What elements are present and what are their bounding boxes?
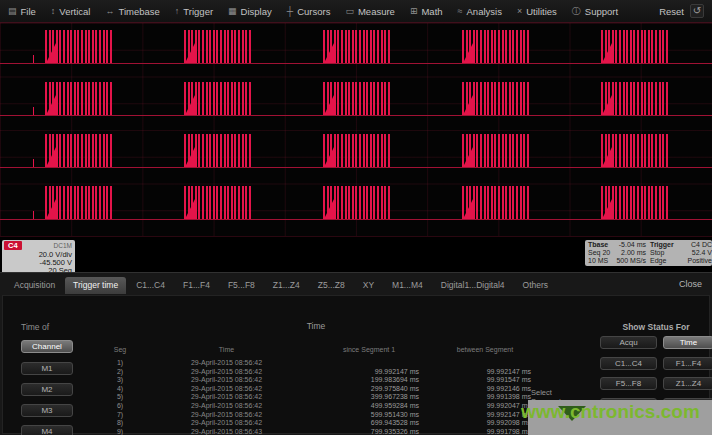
segment-burst <box>45 186 113 219</box>
col-header-time: Time <box>144 346 309 353</box>
table-cell-seg: 6) <box>96 402 144 411</box>
menu-item-measure[interactable]: ▭Measure <box>345 6 394 17</box>
trigger-source: C4 DC <box>679 241 712 249</box>
menu-item-display[interactable]: ▦Display <box>228 6 272 17</box>
table-cell-seg: 9) <box>96 428 144 435</box>
status-button-f5-f8[interactable]: F5...F8 <box>600 377 657 390</box>
segment-burst <box>462 186 530 219</box>
burst-ramp <box>324 195 336 219</box>
table-cell-time: 29-April-2015 08:56:43 <box>144 428 309 435</box>
tab-f1-f4[interactable]: F1...F4 <box>175 277 218 294</box>
status-button-f1-f4[interactable]: F1...F4 <box>663 357 712 370</box>
table-cell-between: 99.992147 ms <box>429 368 541 377</box>
trigger-type: Edge <box>650 257 679 265</box>
source-button-m3[interactable]: M3 <box>21 404 73 417</box>
reset-control[interactable]: Reset ↺ <box>659 4 704 18</box>
table-row: 7)29-April-2015 08:56:42599.951430 ms99.… <box>96 411 541 420</box>
tab-c1-c4[interactable]: C1...C4 <box>128 277 173 294</box>
trace-baseline <box>0 63 712 64</box>
reset-label: Reset <box>659 6 684 17</box>
trace-baseline <box>0 115 712 116</box>
burst-ramp <box>463 143 475 167</box>
trigger-slope: Positive <box>679 257 712 265</box>
tab-digital1-digital4[interactable]: Digital1...Digital4 <box>433 277 513 294</box>
trace-baseline <box>0 167 712 168</box>
menu-item-file[interactable]: ▤File <box>8 6 36 17</box>
menu-item-utilities[interactable]: ×Utilities <box>517 6 557 17</box>
segment-burst <box>462 82 530 115</box>
table-cell-seg: 1) <box>96 359 144 368</box>
timebase-icon: ↔ <box>105 6 114 16</box>
menu-item-vertical[interactable]: ↕Vertical <box>51 6 91 17</box>
tab-others[interactable]: Others <box>515 277 557 294</box>
table-row: 5)29-April-2015 08:56:42399.967238 ms99.… <box>96 393 541 402</box>
close-button[interactable]: Close <box>679 279 702 289</box>
table-cell-between: 99.992146 ms <box>429 385 541 394</box>
tab-acquisition[interactable]: Acquisition <box>6 277 63 294</box>
table-row: 8)29-April-2015 08:56:42699.943528 ms99.… <box>96 419 541 428</box>
table-title: Time <box>96 321 536 331</box>
burst-ramp <box>185 143 197 167</box>
status-button-time[interactable]: Time <box>663 336 712 349</box>
table-cell-seg: 2) <box>96 368 144 377</box>
coupling-label: DC1M <box>54 242 72 250</box>
burst-ramp <box>324 39 336 63</box>
segment-burst <box>184 134 252 167</box>
menu-item-timebase[interactable]: ↔Timebase <box>105 6 159 17</box>
status-button-z1-z4[interactable]: Z1...Z4 <box>663 377 712 390</box>
trace-tick <box>33 211 34 219</box>
menu-item-math[interactable]: ⊞Math <box>410 6 443 17</box>
math-icon: ⊞ <box>410 6 418 16</box>
analysis-icon: ≈ <box>458 6 463 16</box>
burst-ramp <box>602 91 614 115</box>
table-row: 6)29-April-2015 08:56:42499.959284 ms99.… <box>96 402 541 411</box>
burst-ramp <box>324 91 336 115</box>
menu-item-trigger[interactable]: ↑Trigger <box>175 6 213 17</box>
tab-f5-f8[interactable]: F5...F8 <box>220 277 263 294</box>
tab-trigger-time[interactable]: Trigger time <box>65 277 126 294</box>
table-cell-seg: 5) <box>96 393 144 402</box>
timebase-trigger-descriptor[interactable]: Tbase -5.04 ms Trigger C4 DC Seq 20 2.00… <box>585 240 712 266</box>
cursors-icon: ┼ <box>287 6 293 16</box>
source-button-channel[interactable]: Channel <box>21 340 73 353</box>
burst-ramp <box>602 39 614 63</box>
table-cell-since: 799.935326 ms <box>309 428 429 435</box>
segment-burst <box>601 82 669 115</box>
channel-badge: C4 <box>4 241 22 250</box>
table-cell-time: 29-April-2015 08:56:42 <box>144 393 309 402</box>
trace-tick <box>33 107 34 115</box>
menu-item-analysis[interactable]: ≈Analysis <box>458 6 502 17</box>
channel-descriptor-c4[interactable]: C4 DC1M 20.0 V/div -45.500 V 20 Seg <box>2 240 75 274</box>
support-icon: ⓘ <box>572 5 581 18</box>
table-row: 2)29-April-2015 08:56:4299.992147 ms99.9… <box>96 368 541 377</box>
table-cell-seg: 3) <box>96 376 144 385</box>
source-button-m2[interactable]: M2 <box>21 383 73 396</box>
utilities-icon: × <box>517 6 522 16</box>
status-button-c1-c4[interactable]: C1...C4 <box>600 357 657 370</box>
tab-z1-z4[interactable]: Z1...Z4 <box>265 277 308 294</box>
segment-burst <box>45 134 113 167</box>
trigger-icon: ↑ <box>175 6 180 16</box>
reset-icon[interactable]: ↺ <box>690 4 704 18</box>
source-button-m1[interactable]: M1 <box>21 362 73 375</box>
menu-item-support[interactable]: ⓘSupport <box>572 5 618 18</box>
table-cell-time: 29-April-2015 08:56:42 <box>144 411 309 420</box>
tab-xy[interactable]: XY <box>355 277 382 294</box>
tab-z5-z8[interactable]: Z5...Z8 <box>310 277 353 294</box>
status-button-acqu[interactable]: Acqu <box>600 336 657 349</box>
table-cell-between <box>429 359 541 368</box>
table-cell-time: 29-April-2015 08:56:42 <box>144 402 309 411</box>
table-row: 4)29-April-2015 08:56:42299.975840 ms99.… <box>96 385 541 394</box>
tab-m1-m4[interactable]: M1...M4 <box>384 277 431 294</box>
trigger-level: 52.4 V <box>679 249 712 257</box>
menu-item-label: Vertical <box>59 6 90 17</box>
source-button-m4[interactable]: M4 <box>21 425 73 435</box>
trace-tick <box>33 159 34 167</box>
table-cell-since: 599.951430 ms <box>309 411 429 420</box>
tbase-value: -5.04 ms <box>615 241 650 249</box>
menu-item-cursors[interactable]: ┼Cursors <box>287 6 331 17</box>
waveform-area[interactable] <box>0 23 712 237</box>
segment-burst <box>323 82 391 115</box>
time-of-label: Time of <box>21 322 49 332</box>
table-cell-since: 199.983694 ms <box>309 376 429 385</box>
